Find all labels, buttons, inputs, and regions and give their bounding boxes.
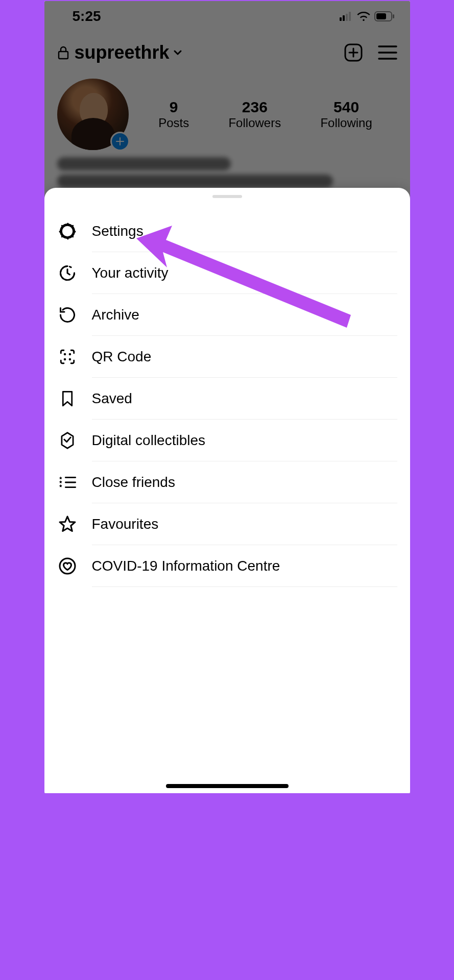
menu-item-archive[interactable]: Archive: [57, 294, 397, 336]
menu-item-qr-code[interactable]: QR Code: [57, 336, 397, 378]
menu-label: Close friends: [92, 461, 397, 503]
menu-label: COVID-19 Information Centre: [92, 545, 397, 587]
menu-item-close-friends[interactable]: Close friends: [57, 461, 397, 503]
svg-point-20: [63, 353, 66, 356]
home-indicator[interactable]: [166, 784, 289, 788]
menu-item-your-activity[interactable]: Your activity: [57, 252, 397, 294]
menu-label: Your activity: [92, 252, 397, 294]
menu-item-covid-info[interactable]: COVID-19 Information Centre: [57, 545, 397, 587]
menu-item-favourites[interactable]: Favourites: [57, 503, 397, 545]
menu-item-settings[interactable]: Settings: [57, 210, 397, 252]
device-frame: 5:25 supreethrk: [43, 0, 411, 794]
menu-label: Favourites: [92, 503, 397, 545]
gear-icon: [57, 221, 78, 241]
menu-label: QR Code: [92, 336, 397, 378]
options-menu: Settings Your activity Archive QR Code: [44, 210, 410, 587]
menu-item-digital-collectibles[interactable]: Digital collectibles: [57, 420, 397, 461]
close-friends-icon: [57, 472, 78, 493]
svg-point-28: [60, 558, 75, 574]
bookmark-icon: [57, 388, 78, 409]
menu-label: Archive: [92, 294, 397, 336]
svg-point-23: [68, 358, 71, 361]
menu-item-saved[interactable]: Saved: [57, 378, 397, 420]
archive-icon: [57, 305, 78, 325]
menu-label: Saved: [92, 378, 397, 420]
star-icon: [57, 514, 78, 534]
menu-label: Digital collectibles: [92, 420, 397, 461]
menu-label: Settings: [92, 210, 397, 252]
svg-point-21: [68, 353, 71, 356]
svg-marker-27: [60, 517, 75, 531]
heart-circle-icon: [57, 556, 78, 576]
options-sheet: Settings Your activity Archive QR Code: [44, 188, 410, 793]
collectible-icon: [57, 430, 78, 451]
svg-point-22: [63, 358, 66, 361]
sheet-grabber[interactable]: [212, 195, 242, 198]
qr-code-icon: [57, 347, 78, 367]
activity-icon: [57, 263, 78, 283]
